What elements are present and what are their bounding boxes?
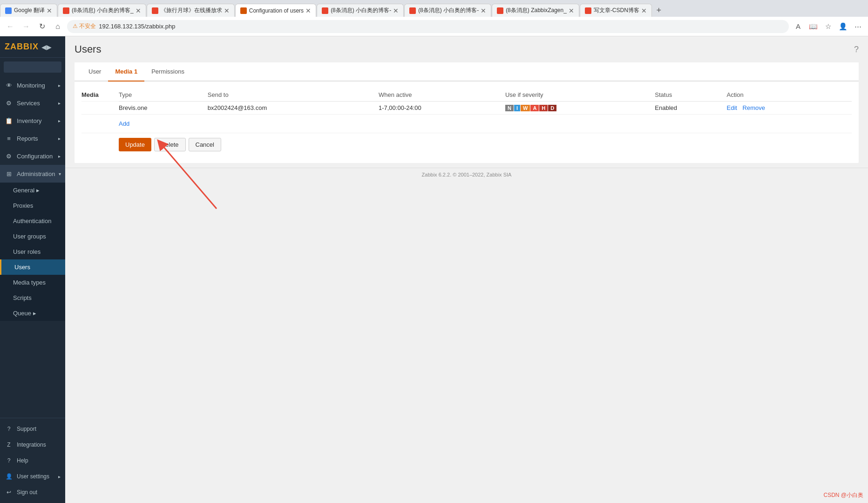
tab-nav: User Media 1 Permissions (75, 62, 859, 82)
sidebar-item-support[interactable]: ? Support (0, 421, 65, 437)
new-tab-button[interactable]: + (652, 4, 665, 17)
home-button[interactable]: ⌂ (51, 20, 64, 33)
tab-1-close[interactable]: ✕ (47, 7, 52, 14)
sidebar-item-reports[interactable]: ≡ Reports ▸ (0, 129, 65, 147)
tab-2-title: (8条消息) 小白奥的博客_ (72, 7, 134, 14)
forward-button[interactable]: → (20, 20, 33, 33)
tab-5[interactable]: (8条消息) 小白奥的博客- ✕ (317, 4, 404, 17)
sidebar-item-user-settings[interactable]: 👤 User settings ▸ (0, 469, 65, 484)
badge-average[interactable]: A (530, 105, 539, 111)
tab-5-title: (8条消息) 小白奥的博客- (331, 7, 391, 14)
tab-6[interactable]: (8条消息) 小白奥的博客- ✕ (404, 4, 491, 17)
tab-media[interactable]: Media 1 (108, 62, 144, 82)
tab-8-title: 写文章-CSDN博客 (594, 7, 639, 14)
edit-link[interactable]: Edit (727, 104, 737, 111)
tab-7-close[interactable]: ✕ (569, 7, 574, 14)
badge-not-classified[interactable]: N (505, 105, 514, 111)
badge-information[interactable]: I (514, 105, 520, 111)
delete-button[interactable]: Delete (154, 138, 186, 151)
sidebar-item-help-label: Help (17, 457, 28, 464)
add-cell: Add (119, 115, 852, 133)
cell-when-active: 1-7,00:00-24:00 (379, 102, 505, 115)
tab-2-close[interactable]: ✕ (136, 7, 141, 14)
sidebar-item-inventory[interactable]: 📋 Inventory ▸ (0, 112, 65, 129)
profile-icon[interactable]: 👤 (836, 20, 849, 33)
search-input[interactable] (4, 61, 61, 73)
tab-7[interactable]: (8条消息) ZabbixZagen_ ✕ (492, 4, 579, 17)
page-title: Users (75, 43, 101, 55)
cell-status: Enabled (655, 102, 726, 115)
cell-severity: N I W A H D (505, 102, 655, 115)
sidebar-item-services[interactable]: ⚙ Services ▸ (0, 94, 65, 112)
menu-icon[interactable]: ⋯ (851, 20, 864, 33)
tab-5-close[interactable]: ✕ (393, 7, 399, 14)
sidebar-item-integrations[interactable]: Z Integrations (0, 437, 65, 453)
logo-text: ZABBIX (5, 42, 39, 52)
sub-nav-users[interactable]: Users (0, 259, 65, 275)
badge-disaster[interactable]: D (548, 105, 556, 111)
address-bar[interactable]: ⚠ 不安全 192.168.132.135/zabbix.php (67, 20, 789, 33)
tab-permissions[interactable]: Permissions (144, 62, 191, 82)
administration-sub-nav: General ▸ Proxies Authentication User gr… (0, 183, 65, 321)
footer: Zabbix 6.2.2. © 2001–2022, Zabbix SIA (65, 168, 868, 181)
page-help-icon[interactable]: ? (854, 45, 859, 54)
sub-nav-general[interactable]: General ▸ (0, 183, 65, 198)
monitoring-arrow-icon: ▸ (58, 83, 61, 88)
tab-user[interactable]: User (81, 62, 108, 82)
sub-nav-scripts[interactable]: Scripts (0, 290, 65, 306)
tab-1-title: Google 翻译 (14, 7, 45, 14)
sign-out-icon: ↩ (5, 488, 13, 496)
sidebar-item-configuration[interactable]: ⚙ Configuration ▸ (0, 147, 65, 165)
tab-8-icon (585, 7, 591, 14)
media-section: Media Type Send to When active Use if se… (75, 82, 859, 163)
sidebar-item-integrations-label: Integrations (17, 442, 46, 448)
tab-6-close[interactable]: ✕ (481, 7, 486, 14)
back-button[interactable]: ← (4, 20, 17, 33)
update-button[interactable]: Update (119, 138, 151, 151)
badge-high[interactable]: H (539, 105, 548, 111)
cell-send-to: bx2002424@163.com (208, 102, 379, 115)
add-media-link[interactable]: Add (119, 117, 847, 130)
translate-icon[interactable]: A (792, 20, 805, 33)
sub-nav-authentication[interactable]: Authentication (0, 213, 65, 229)
content-area: User Media 1 Permissions Media Type Send… (75, 62, 859, 163)
integrations-icon: Z (5, 441, 13, 449)
sidebar-item-configuration-label: Configuration (17, 153, 53, 160)
remove-link[interactable]: Remove (743, 104, 765, 111)
add-label-spacer (81, 115, 119, 133)
bookmark-icon[interactable]: ☆ (821, 20, 834, 33)
help-icon: ? (5, 456, 13, 465)
sub-nav-proxies[interactable]: Proxies (0, 198, 65, 213)
tab-8-close[interactable]: ✕ (641, 7, 647, 14)
sub-nav-media-types[interactable]: Media types (0, 275, 65, 290)
user-settings-arrow-icon: ▸ (58, 474, 61, 479)
read-icon[interactable]: 📖 (807, 20, 820, 33)
tab-8[interactable]: 写文章-CSDN博客 ✕ (580, 4, 652, 17)
sidebar-item-inventory-label: Inventory (17, 117, 41, 124)
administration-arrow-icon: ▾ (59, 171, 61, 177)
badge-warning[interactable]: W (521, 105, 530, 111)
tab-3-close[interactable]: ✕ (224, 7, 230, 14)
reports-arrow-icon: ▸ (58, 136, 61, 141)
reload-button[interactable]: ↻ (35, 20, 48, 33)
tab-4-close[interactable]: ✕ (305, 7, 311, 14)
sub-nav-user-groups[interactable]: User groups (0, 229, 65, 244)
sidebar-item-sign-out[interactable]: ↩ Sign out (0, 484, 65, 500)
tab-2[interactable]: (8条消息) 小白奥的博客_ ✕ (58, 4, 146, 17)
sidebar-item-monitoring[interactable]: 👁 Monitoring ▸ (0, 76, 65, 94)
button-row: Update Delete Cancel (81, 133, 852, 156)
sidebar-item-help[interactable]: ? Help (0, 453, 65, 469)
sidebar-item-administration[interactable]: ⊞ Administration ▾ (0, 165, 65, 183)
address-text: 192.168.132.135/zabbix.php (99, 23, 175, 30)
sub-nav-queue[interactable]: Queue ▸ (0, 306, 65, 321)
sidebar-item-sign-out-label: Sign out (17, 489, 37, 496)
sub-nav-user-roles[interactable]: User roles (0, 244, 65, 259)
tab-4-title: Configuration of users (249, 7, 304, 14)
tab-4[interactable]: Configuration of users ✕ (235, 4, 316, 17)
tab-1[interactable]: Google 翻译 ✕ (0, 4, 57, 17)
sidebar-item-monitoring-label: Monitoring (17, 82, 45, 89)
cancel-button[interactable]: Cancel (189, 138, 221, 151)
logo-arrows: ◀▶ (41, 43, 52, 51)
col-send-to: Send to (208, 88, 379, 102)
tab-3[interactable]: 《旅行月球》在线播放求 ✕ (147, 4, 235, 17)
